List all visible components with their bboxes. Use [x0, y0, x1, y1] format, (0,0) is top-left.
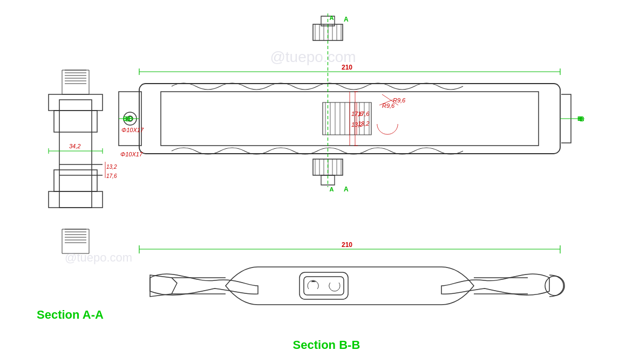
- section-bb-label: Section B-B: [293, 338, 360, 352]
- section-aa-label: Section A-A: [37, 308, 104, 322]
